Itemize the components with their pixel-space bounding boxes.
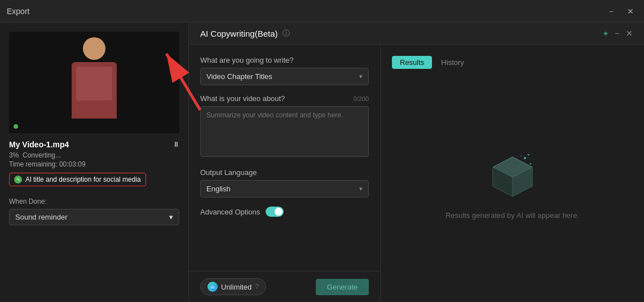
ai-minimize-button[interactable]: − bbox=[615, 29, 619, 38]
ai-form-footer: ∞ Unlimited ? Generate bbox=[189, 271, 380, 302]
write-type-label: What are you going to write? bbox=[200, 56, 369, 64]
when-done-select[interactable]: Sound reminder ▾ bbox=[9, 209, 179, 225]
svg-point-7 bbox=[527, 154, 529, 156]
when-done-value: Sound reminder bbox=[15, 213, 68, 221]
person-body bbox=[72, 62, 117, 119]
ai-close-button[interactable]: ✕ bbox=[626, 29, 633, 38]
ai-header-controls: ⌖ − ✕ bbox=[603, 29, 633, 38]
ai-form: What are you going to write? Video Chapt… bbox=[189, 45, 381, 228]
video-time: Time remaining: 00:03:09 bbox=[9, 160, 179, 168]
main-container: My Video-1.mp4 ⏸ 3% Converting... Time r… bbox=[0, 23, 644, 302]
write-type-chevron: ▾ bbox=[359, 73, 363, 80]
right-panel: AI Copywriting(Beta) ⓘ ⌖ − ✕ What are yo… bbox=[189, 23, 644, 302]
ai-header: AI Copywriting(Beta) ⓘ ⌖ − ✕ bbox=[189, 23, 644, 45]
advanced-options-row: Advanced Options bbox=[200, 207, 369, 217]
ai-badge[interactable]: ✎ Al title and description for social me… bbox=[9, 173, 146, 186]
export-topbar: Export − ✕ bbox=[0, 0, 644, 23]
language-label: Output Language bbox=[200, 168, 369, 177]
write-type-group: What are you going to write? Video Chapt… bbox=[200, 56, 369, 85]
ai-form-container: What are you going to write? Video Chapt… bbox=[189, 45, 381, 302]
unlimited-icon: ∞ bbox=[208, 282, 218, 292]
svg-point-6 bbox=[521, 155, 522, 156]
video-progress: 3% Converting... bbox=[9, 151, 179, 159]
pause-button[interactable]: ⏸ bbox=[173, 141, 179, 148]
unlimited-help-icon[interactable]: ? bbox=[255, 283, 259, 291]
ai-results: Results History bbox=[381, 45, 644, 302]
pin-button[interactable]: ⌖ bbox=[603, 29, 608, 38]
when-done-chevron: ▾ bbox=[169, 213, 173, 221]
person-figure bbox=[66, 37, 122, 128]
ai-help-icon[interactable]: ⓘ bbox=[283, 28, 290, 38]
person-head bbox=[83, 37, 105, 60]
language-group: Output Language English ▾ bbox=[200, 168, 369, 198]
language-select[interactable]: English ▾ bbox=[200, 180, 369, 198]
about-group: What is your video about? 0/200 bbox=[200, 94, 369, 159]
char-count: 0/200 bbox=[353, 95, 369, 102]
language-chevron: ▾ bbox=[359, 185, 363, 192]
video-preview bbox=[9, 32, 179, 133]
ai-badge-label: Al title and description for social medi… bbox=[25, 176, 141, 183]
ai-content: What are you going to write? Video Chapt… bbox=[189, 45, 644, 302]
textarea-container bbox=[200, 106, 369, 159]
write-type-select[interactable]: Video Chapter Titles ▾ bbox=[200, 68, 369, 85]
minimize-button[interactable]: − bbox=[606, 6, 617, 17]
results-empty: Results generated by AI will appear here… bbox=[392, 80, 633, 291]
advanced-label: Advanced Options bbox=[200, 208, 260, 216]
close-button[interactable]: ✕ bbox=[624, 6, 637, 17]
ai-panel-title: AI Copywriting(Beta) bbox=[200, 29, 278, 38]
ai-icon: ✎ bbox=[14, 176, 22, 183]
video-filename: My Video-1.mp4 bbox=[9, 140, 69, 149]
unlimited-label: Unlimited bbox=[221, 283, 252, 291]
unlimited-badge[interactable]: ∞ Unlimited ? bbox=[200, 278, 266, 295]
ai-header-left: AI Copywriting(Beta) ⓘ bbox=[200, 28, 290, 38]
left-panel: My Video-1.mp4 ⏸ 3% Converting... Time r… bbox=[0, 23, 189, 302]
when-done-label: When Done: bbox=[9, 198, 179, 205]
language-value: English bbox=[206, 185, 231, 193]
results-tabs: Results History bbox=[392, 56, 633, 69]
tab-results[interactable]: Results bbox=[392, 56, 432, 69]
toggle-knob bbox=[275, 208, 283, 216]
when-done-section: When Done: Sound reminder ▾ bbox=[9, 198, 179, 225]
progress-dot bbox=[14, 124, 18, 129]
about-label: What is your video about? bbox=[200, 94, 285, 103]
box-illustration bbox=[484, 151, 541, 202]
video-name-row: My Video-1.mp4 ⏸ bbox=[9, 140, 179, 149]
svg-point-4 bbox=[524, 157, 526, 159]
export-controls: − ✕ bbox=[606, 6, 637, 17]
advanced-toggle[interactable] bbox=[266, 207, 284, 217]
generate-button[interactable]: Generate bbox=[316, 279, 369, 295]
results-empty-text: Results generated by AI will appear here… bbox=[445, 211, 579, 220]
about-textarea[interactable] bbox=[200, 106, 369, 157]
svg-point-5 bbox=[530, 163, 531, 165]
export-title: Export bbox=[7, 7, 29, 16]
tab-history[interactable]: History bbox=[441, 56, 464, 69]
video-info: My Video-1.mp4 ⏸ 3% Converting... Time r… bbox=[9, 140, 179, 186]
write-type-value: Video Chapter Titles bbox=[206, 72, 272, 81]
